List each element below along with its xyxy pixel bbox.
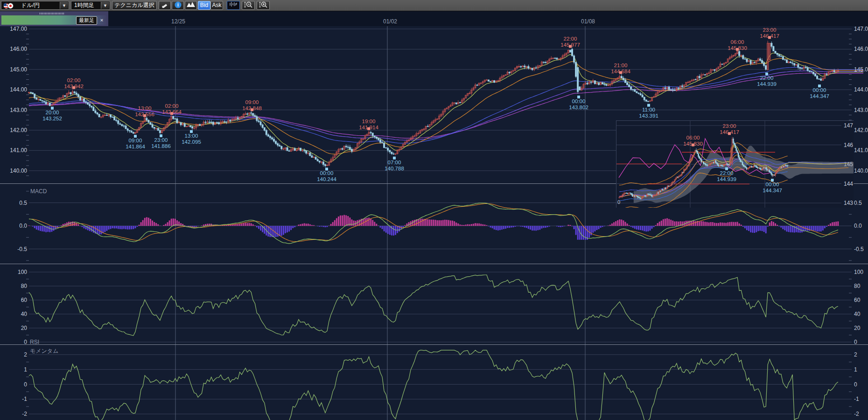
svg-text:144.939: 144.939 bbox=[717, 176, 736, 182]
ask-button[interactable]: Ask bbox=[210, 1, 223, 10]
svg-text:00:00: 00:00 bbox=[813, 87, 826, 93]
momentum-line bbox=[29, 350, 838, 420]
svg-text:0: 0 bbox=[24, 339, 27, 345]
tick-chart-button[interactable] bbox=[227, 1, 240, 10]
pair-select[interactable]: ドル/円 ▼ bbox=[1, 1, 69, 10]
svg-text:146.00: 146.00 bbox=[10, 46, 27, 52]
svg-text:141.00: 141.00 bbox=[854, 147, 868, 154]
svg-text:09:00: 09:00 bbox=[129, 138, 142, 143]
tab-strip: 最新足 × 12/25 01/02 01/08 bbox=[0, 11, 868, 26]
overview-inset-chart[interactable]: 147146145144143006:00145.83023:00146.417… bbox=[616, 120, 854, 208]
svg-text:140.00: 140.00 bbox=[854, 168, 868, 174]
info-button[interactable]: i bbox=[172, 1, 184, 10]
svg-text:02:00: 02:00 bbox=[165, 103, 179, 109]
svg-text:20: 20 bbox=[854, 325, 861, 331]
macd-series bbox=[28, 203, 839, 244]
svg-text:141.864: 141.864 bbox=[126, 144, 145, 149]
svg-text:144: 144 bbox=[844, 181, 853, 187]
svg-text:100: 100 bbox=[18, 269, 27, 275]
svg-text:06:00: 06:00 bbox=[686, 135, 700, 140]
svg-text:-2: -2 bbox=[854, 411, 859, 417]
latest-bar-button[interactable]: 最新足 bbox=[76, 16, 97, 25]
svg-text:142.00: 142.00 bbox=[854, 127, 868, 133]
svg-text:2: 2 bbox=[24, 351, 27, 358]
svg-text:MACD: MACD bbox=[30, 188, 47, 195]
svg-text:21:00: 21:00 bbox=[614, 63, 628, 68]
candlestick-chart-panels[interactable]: 147.00147.00146.00146.00145.00145.00144.… bbox=[0, 26, 868, 420]
svg-text:0: 0 bbox=[617, 199, 620, 205]
technical-select-button[interactable]: テクニカル選択 ▼ bbox=[112, 1, 157, 10]
svg-text:06:00: 06:00 bbox=[731, 39, 744, 45]
info-icon: i bbox=[175, 1, 182, 8]
svg-text:19:00: 19:00 bbox=[362, 119, 376, 124]
zoom-out-icon bbox=[244, 1, 253, 8]
pair-label: ドル/円 bbox=[18, 1, 40, 9]
svg-text:144.347: 144.347 bbox=[810, 93, 829, 99]
svg-text:143: 143 bbox=[844, 200, 853, 206]
svg-text:20:00: 20:00 bbox=[46, 110, 59, 115]
svg-text:11:00: 11:00 bbox=[642, 107, 655, 112]
svg-text:-2: -2 bbox=[22, 411, 27, 417]
bid-label: Bid bbox=[200, 2, 208, 8]
svg-text:60: 60 bbox=[854, 297, 861, 303]
svg-text:2: 2 bbox=[854, 351, 857, 358]
svg-text:0.0: 0.0 bbox=[19, 223, 27, 229]
svg-text:22:00: 22:00 bbox=[760, 75, 774, 81]
bid-button[interactable]: Bid bbox=[198, 1, 210, 10]
svg-text:100: 100 bbox=[854, 269, 863, 275]
svg-text:143.252: 143.252 bbox=[42, 116, 62, 121]
svg-text:23:00: 23:00 bbox=[723, 123, 736, 129]
svg-text:145.977: 145.977 bbox=[560, 42, 580, 48]
svg-text:143.00: 143.00 bbox=[10, 107, 27, 113]
technical-select-label: テクニカル選択 bbox=[114, 2, 154, 8]
svg-text:0.5: 0.5 bbox=[854, 200, 862, 206]
zoom-in-button[interactable] bbox=[257, 1, 270, 10]
svg-text:147.00: 147.00 bbox=[854, 26, 868, 32]
svg-text:1: 1 bbox=[854, 366, 857, 373]
waveform-icon bbox=[229, 1, 238, 7]
svg-text:142.848: 142.848 bbox=[242, 105, 262, 111]
svg-text:144.684: 144.684 bbox=[611, 69, 630, 74]
svg-text:145.830: 145.830 bbox=[728, 45, 747, 51]
timeframe-dropdown-arrow-icon[interactable]: ▼ bbox=[101, 2, 109, 9]
timeframe-label: 1時間足 bbox=[71, 2, 94, 8]
svg-text:146.417: 146.417 bbox=[720, 129, 739, 135]
series bbox=[28, 41, 864, 420]
svg-text:145.00: 145.00 bbox=[10, 66, 27, 73]
svg-text:00:00: 00:00 bbox=[320, 170, 334, 176]
draw-pencil-button[interactable] bbox=[159, 1, 171, 10]
svg-text:80: 80 bbox=[854, 283, 861, 289]
svg-text:143.942: 143.942 bbox=[64, 84, 84, 89]
scrollbar-dots-handle[interactable] bbox=[40, 13, 64, 14]
tab-close-icon[interactable]: × bbox=[98, 16, 105, 24]
svg-text:143.802: 143.802 bbox=[569, 105, 588, 110]
svg-text:146: 146 bbox=[844, 142, 853, 148]
svg-text:0: 0 bbox=[854, 381, 857, 388]
svg-text:-0.5: -0.5 bbox=[17, 246, 27, 252]
svg-text:147: 147 bbox=[844, 122, 853, 129]
svg-text:142.00: 142.00 bbox=[10, 127, 27, 133]
svg-text:23:00: 23:00 bbox=[763, 27, 777, 33]
ask-label: Ask bbox=[212, 2, 221, 8]
svg-text:143.391: 143.391 bbox=[639, 113, 658, 119]
svg-text:143.00: 143.00 bbox=[854, 107, 868, 113]
svg-text:モメンタム: モメンタム bbox=[30, 348, 58, 354]
svg-text:140.788: 140.788 bbox=[385, 166, 404, 171]
svg-text:13:00: 13:00 bbox=[185, 133, 198, 139]
svg-text:144.347: 144.347 bbox=[763, 188, 782, 193]
date-label-1225: 12/25 bbox=[168, 18, 189, 25]
ichimoku-cloud bbox=[634, 146, 854, 203]
overview-inset-svg: 147146145144143006:00145.83023:00146.417… bbox=[616, 121, 854, 208]
svg-text:80: 80 bbox=[21, 283, 28, 289]
svg-text:140.244: 140.244 bbox=[317, 176, 336, 182]
svg-text:00:00: 00:00 bbox=[572, 98, 586, 104]
zoom-out-button[interactable] bbox=[242, 1, 255, 10]
timeframe-select[interactable]: 1時間足 ▼ bbox=[71, 1, 110, 10]
date-label-0102: 01/02 bbox=[380, 18, 400, 25]
chart-view-button[interactable] bbox=[185, 1, 197, 10]
svg-text:146.00: 146.00 bbox=[854, 46, 868, 52]
svg-text:145.830: 145.830 bbox=[683, 141, 703, 147]
currency-flags-icon bbox=[3, 3, 17, 9]
svg-text:144.939: 144.939 bbox=[757, 81, 777, 87]
pair-dropdown-arrow-icon[interactable]: ▼ bbox=[60, 2, 68, 9]
